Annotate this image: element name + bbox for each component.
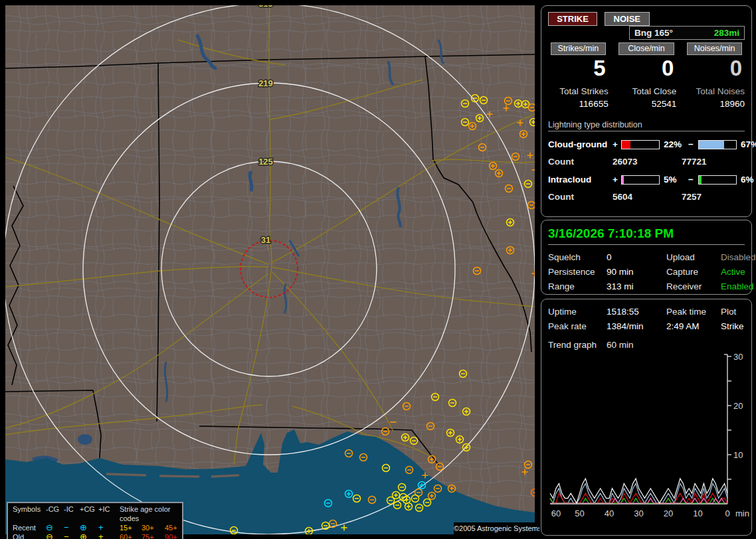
count-label: Count — [548, 157, 613, 167]
total-noises-value: 18960 — [684, 99, 745, 109]
copyright: ©2005 Astrogenic Systems — [454, 522, 536, 535]
x-tick-label: 50 — [575, 508, 584, 518]
cg-plus-count: 26073 — [613, 157, 682, 167]
trend-graph[interactable]: 1020306050403020100min — [548, 352, 751, 522]
peak-time-value: 2:49 AM — [666, 321, 721, 331]
range-value: 313 mi — [607, 281, 666, 291]
datetime: 3/16/2026 7:10:18 PM — [548, 226, 745, 245]
total-strikes-value: 116655 — [548, 99, 609, 109]
capture-status: Active — [721, 267, 756, 277]
total-noises-label: Total Noises — [684, 86, 745, 96]
uptime-label: Uptime — [548, 307, 607, 317]
persistence-value: 90 min — [607, 267, 666, 277]
trend-series-total — [550, 479, 727, 503]
strikes-per-min-value: 5 — [548, 56, 609, 80]
noises-per-min-button[interactable]: Noises/min — [687, 42, 743, 55]
noise-button[interactable]: NOISE — [605, 12, 650, 26]
status-panel: 3/16/2026 7:10:18 PM Squelch 0 Upload Di… — [541, 220, 752, 295]
cloud-ground-count-row: Count 26073 77721 — [548, 157, 745, 167]
legend-text — [114, 523, 120, 532]
strikes-per-min-button[interactable]: Strikes/min — [551, 42, 607, 55]
minus-sign: − — [688, 139, 698, 149]
neg-cg-icon: ⊖ — [46, 532, 64, 539]
map-region: 31321912531 Symbols-CG-IC+CG+ICStrike ag… — [0, 0, 539, 539]
receiver-label: Receiver — [666, 281, 721, 291]
trend-panel: Uptime 1518:55 Peak time Plot Peak rate … — [541, 299, 752, 536]
peak-time-label: Peak time — [666, 307, 721, 317]
legend-row-label: Recent — [13, 523, 46, 532]
ic-minus-bar — [698, 175, 737, 185]
legend-header-ic: +IC — [98, 504, 114, 523]
trend-graph-label: Trend graph — [548, 340, 607, 350]
ic-plus-pct: 5% — [660, 175, 688, 185]
neg-ic-icon: − — [64, 532, 80, 539]
peak-rate-value: 1384/min — [607, 321, 666, 331]
neg-cg-icon: ⊖ — [46, 523, 64, 532]
x-tick-label: 20 — [664, 508, 673, 518]
close-column: Close/min 0 Total Close 52541 — [616, 42, 677, 109]
legend-header-cg: -CG — [46, 504, 64, 523]
legend-header-ic: -IC — [64, 504, 80, 523]
age-code: 90+ — [165, 532, 187, 539]
legend-header-cg: +CG — [80, 504, 98, 523]
bearing-indicator: Bng 165° 283mi — [629, 26, 745, 40]
count-label: Count — [548, 192, 613, 202]
y-tick-label: 20 — [733, 401, 743, 411]
bearing-distance: 283mi — [714, 27, 739, 39]
upload-status: Disabled — [721, 252, 756, 262]
x-tick-label: 0 — [725, 508, 729, 518]
cloud-ground-label: Cloud-ground — [548, 139, 613, 149]
stats-panel: STRIKE NOISE Bng 165° 283mi Strikes/min … — [541, 5, 752, 217]
age-code: 15+ — [120, 523, 142, 532]
cloud-ground-row: Cloud-ground + 22% − 67% — [548, 139, 745, 149]
plot-mode-value: Strike — [721, 321, 745, 331]
upload-label: Upload — [666, 252, 721, 262]
squelch-value: 0 — [607, 252, 666, 262]
lightning-map[interactable]: 31321912531 — [5, 5, 535, 534]
y-tick-label: 30 — [733, 352, 743, 362]
x-tick-label: 60 — [551, 508, 561, 518]
minus-sign: − — [688, 175, 698, 185]
x-tick-label: 10 — [693, 508, 702, 518]
x-axis-unit: min — [735, 508, 749, 518]
intracloud-label: Intracloud — [548, 175, 613, 185]
strike-button[interactable]: STRIKE — [548, 12, 597, 26]
ring-label-219: 219 — [258, 78, 273, 88]
legend-header-symbols: Symbols — [13, 504, 46, 523]
persistence-label: Persistence — [548, 267, 607, 277]
cg-minus-bar — [698, 140, 737, 149]
x-tick-label: 30 — [634, 508, 643, 518]
neg-ic-icon: − — [64, 523, 80, 532]
plus-sign: + — [613, 139, 621, 149]
legend-age-title: Strike age color codes — [120, 504, 187, 523]
x-tick-label: 40 — [605, 508, 614, 518]
pos-ic-icon: + — [98, 532, 114, 539]
noises-column: Noises/min 0 Total Noises 18960 — [684, 42, 745, 109]
legend-row-label: Old — [13, 532, 46, 539]
y-tick-label: 10 — [733, 450, 743, 460]
age-code: 60+ — [120, 532, 142, 539]
total-close-value: 52541 — [616, 99, 677, 109]
capture-label: Capture — [666, 267, 721, 277]
peak-rate-label: Peak rate — [548, 321, 607, 331]
ic-minus-count: 7257 — [682, 192, 745, 202]
trend-window-value: 60 min — [607, 340, 745, 350]
legend-text — [114, 504, 120, 523]
ic-minus-pct: 6% — [737, 175, 756, 185]
age-code: 75+ — [142, 532, 165, 539]
total-close-label: Total Close — [616, 86, 677, 96]
intracloud-row: Intracloud + 5% − 6% — [548, 175, 745, 185]
intracloud-count-row: Count 5604 7257 — [548, 192, 745, 202]
noises-per-min-value: 0 — [684, 56, 745, 80]
close-per-min-button[interactable]: Close/min — [618, 42, 674, 55]
pos-cg-icon: ⊕ — [80, 523, 98, 532]
ring-label-125: 125 — [258, 157, 273, 167]
strikes-column: Strikes/min 5 Total Strikes 116655 — [548, 42, 609, 109]
cg-plus-pct: 22% — [660, 139, 688, 149]
age-code: 45+ — [165, 523, 187, 532]
squelch-label: Squelch — [548, 252, 607, 262]
ic-plus-bar — [621, 175, 660, 185]
sidebar: STRIKE NOISE Bng 165° 283mi Strikes/min … — [539, 0, 756, 539]
ring-label-31: 31 — [261, 235, 270, 245]
receiver-status: Enabled — [721, 281, 756, 291]
